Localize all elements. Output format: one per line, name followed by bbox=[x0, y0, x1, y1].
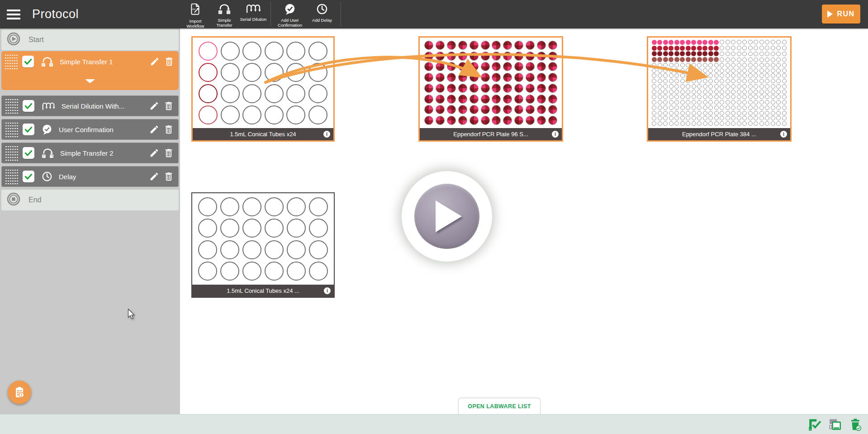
edit-step-button[interactable] bbox=[149, 124, 159, 134]
well bbox=[731, 121, 735, 126]
edit-step-button[interactable] bbox=[150, 57, 160, 67]
deck-layout-status-icon[interactable] bbox=[828, 418, 842, 431]
well bbox=[652, 51, 657, 56]
well bbox=[737, 52, 741, 56]
end-icon bbox=[7, 192, 20, 208]
labware-label-bar: 1.5mL Conical Tubes x24 ... i bbox=[192, 285, 334, 297]
collapse-step-chevron[interactable] bbox=[1, 72, 179, 90]
well bbox=[663, 111, 668, 115]
delete-step-button[interactable] bbox=[164, 148, 174, 158]
drag-handle[interactable] bbox=[5, 168, 18, 185]
well bbox=[759, 121, 764, 126]
well bbox=[771, 46, 775, 50]
step-checkbox[interactable] bbox=[22, 56, 34, 67]
well bbox=[663, 84, 668, 89]
drag-handle[interactable] bbox=[4, 53, 18, 70]
well bbox=[692, 90, 696, 94]
labware-pcr-plate-384[interactable]: Eppendorf PCR Plate 384 ... i bbox=[647, 36, 792, 142]
well bbox=[771, 79, 775, 83]
well bbox=[680, 95, 685, 99]
drag-handle[interactable] bbox=[5, 145, 18, 161]
well bbox=[436, 62, 445, 71]
step-serial-dilution[interactable]: Serial Dilution With... bbox=[1, 95, 179, 116]
delete-step-button[interactable] bbox=[164, 124, 174, 134]
edit-step-button[interactable] bbox=[149, 101, 159, 111]
well bbox=[680, 57, 685, 62]
info-icon[interactable]: i bbox=[552, 131, 559, 138]
well bbox=[754, 105, 758, 110]
step-checkbox[interactable] bbox=[23, 171, 34, 182]
step-checkbox[interactable] bbox=[23, 100, 34, 112]
serial-dilution-button[interactable]: Serial Dilution bbox=[239, 0, 268, 29]
well bbox=[265, 105, 284, 124]
well bbox=[776, 68, 781, 73]
well bbox=[537, 84, 546, 93]
well bbox=[754, 63, 758, 67]
step-delay[interactable]: Delay bbox=[1, 166, 179, 187]
well bbox=[703, 73, 707, 78]
well bbox=[726, 46, 730, 50]
well bbox=[708, 116, 713, 120]
delete-step-button[interactable] bbox=[164, 172, 174, 181]
labware-pcr-plate-96[interactable]: Eppendorf PCR Plate 96 S... i bbox=[418, 36, 563, 142]
well bbox=[697, 79, 702, 83]
well bbox=[714, 111, 719, 115]
hamburger-menu-icon[interactable] bbox=[7, 10, 20, 19]
well bbox=[754, 84, 758, 89]
open-labware-list-button[interactable]: OPEN LABWARE LIST bbox=[458, 398, 541, 415]
info-icon[interactable]: i bbox=[323, 131, 330, 138]
well bbox=[765, 79, 769, 83]
well bbox=[702, 51, 707, 56]
delete-step-button[interactable] bbox=[164, 57, 174, 67]
step-checkbox[interactable] bbox=[23, 147, 34, 159]
edit-step-button[interactable] bbox=[149, 148, 159, 158]
well bbox=[242, 105, 261, 124]
info-icon[interactable]: i bbox=[780, 131, 787, 138]
info-icon[interactable]: i bbox=[324, 287, 331, 294]
well bbox=[714, 63, 719, 67]
add-user-confirmation-button[interactable]: Add User Confirmation bbox=[274, 0, 306, 29]
well bbox=[481, 95, 490, 104]
waste-bin-status-icon[interactable] bbox=[849, 418, 862, 431]
well bbox=[726, 68, 730, 73]
well bbox=[652, 121, 656, 126]
well bbox=[526, 52, 535, 61]
well bbox=[782, 73, 787, 78]
well bbox=[199, 84, 218, 103]
toolbar-button-label: Serial Dilution bbox=[240, 17, 267, 22]
drag-handle[interactable] bbox=[5, 98, 18, 114]
labware-check-status-icon[interactable] bbox=[808, 418, 821, 431]
well bbox=[748, 100, 753, 105]
well bbox=[309, 240, 328, 259]
well bbox=[503, 84, 512, 93]
well bbox=[697, 111, 702, 115]
labware-conical-tubes-2[interactable]: 1.5mL Conical Tubes x24 ... i bbox=[191, 192, 335, 298]
protocol-checklist-fab[interactable] bbox=[8, 381, 31, 404]
well bbox=[447, 84, 456, 93]
step-simple-transfer-1[interactable]: Simple Transfer 1 bbox=[1, 51, 179, 90]
step-simple-transfer-2[interactable]: Simple Transfer 2 bbox=[1, 143, 179, 163]
well bbox=[424, 95, 433, 104]
edit-step-button[interactable] bbox=[149, 172, 159, 181]
well bbox=[714, 57, 719, 62]
step-checkbox[interactable] bbox=[23, 124, 34, 135]
simple-transfer-button[interactable]: Simple Transfer bbox=[210, 0, 239, 29]
delete-step-button[interactable] bbox=[164, 101, 174, 111]
well bbox=[481, 84, 490, 93]
step-user-confirmation[interactable]: User Confirmation bbox=[1, 119, 179, 140]
svg-text:csv: csv bbox=[192, 8, 195, 10]
drag-handle[interactable] bbox=[5, 121, 18, 138]
well bbox=[759, 100, 764, 105]
play-protocol-button[interactable] bbox=[402, 171, 492, 262]
add-delay-button[interactable]: Add Delay bbox=[306, 0, 338, 29]
run-button[interactable]: RUN bbox=[822, 5, 860, 24]
well bbox=[708, 95, 713, 99]
well bbox=[686, 57, 691, 62]
labware-conical-tubes-1[interactable]: 1.5mL Conical Tubes x24 i bbox=[191, 36, 335, 142]
well bbox=[674, 105, 679, 110]
well bbox=[686, 79, 690, 83]
well bbox=[447, 116, 456, 125]
import-workflow-button[interactable]: csv Import Workflow bbox=[181, 0, 210, 29]
well bbox=[680, 73, 685, 78]
well bbox=[697, 84, 702, 89]
